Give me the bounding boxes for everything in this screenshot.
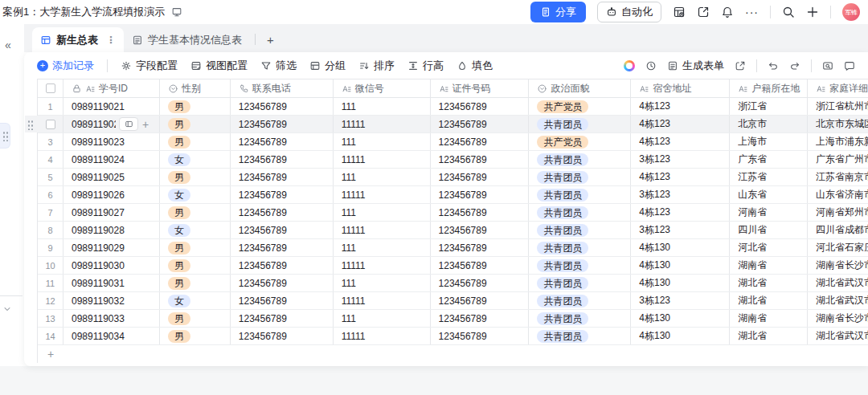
cell-address[interactable]: 山东省济南市历下区 xyxy=(808,186,868,203)
cell-province[interactable]: 江苏省 xyxy=(730,169,808,185)
history-icon[interactable] xyxy=(645,60,657,71)
toolbar-filter-button[interactable]: 筛选 xyxy=(260,59,297,73)
add-icon[interactable] xyxy=(806,6,819,18)
cell-gender[interactable]: 女 xyxy=(160,186,231,203)
rail-chevron-down-icon[interactable] xyxy=(2,304,12,314)
row-select-cell[interactable]: 10 xyxy=(38,257,63,274)
cell-phone[interactable]: 123456789 xyxy=(231,328,334,344)
share-button[interactable]: 分享 xyxy=(530,2,586,22)
row-select-cell[interactable]: 4 xyxy=(38,151,63,168)
cell-id[interactable]: 0989119022+ xyxy=(63,116,160,132)
cell-id[interactable]: 0989119033 xyxy=(63,310,160,327)
cell-phone[interactable]: 123456789 xyxy=(231,151,334,168)
row-drag-handle-icon[interactable] xyxy=(27,119,33,130)
cell-gender[interactable]: 男 xyxy=(160,257,231,274)
cell-idnum[interactable]: 123456789 xyxy=(431,257,530,274)
table-row[interactable]: 60989119026女12345678911111123456789共青团员3… xyxy=(38,186,868,204)
row-select-cell[interactable]: 6 xyxy=(38,186,63,203)
cell-address[interactable]: 湖南省长沙市岳麓区 xyxy=(808,310,868,327)
row-select-cell[interactable]: 7 xyxy=(38,204,63,221)
column-header-idnum[interactable]: 证件号码 xyxy=(431,79,530,97)
toolbar-sort-button[interactable]: 排序 xyxy=(358,59,395,73)
sidebar-drag-handle[interactable] xyxy=(0,123,10,149)
toolbar-fill-color-button[interactable]: 填色 xyxy=(457,59,493,73)
column-header-dorm[interactable]: 宿舍地址 xyxy=(631,79,730,97)
cell-political[interactable]: 共青团员 xyxy=(529,151,631,168)
cell-phone[interactable]: 123456789 xyxy=(231,186,334,203)
row-select-cell[interactable]: 14 xyxy=(38,328,63,344)
cell-address[interactable]: 湖北省武汉市武昌区 xyxy=(808,275,868,291)
cell-wechat[interactable]: 11111 xyxy=(334,186,431,203)
cell-wechat[interactable]: 111 xyxy=(334,204,431,221)
cell-political[interactable]: 共青团员 xyxy=(529,239,631,256)
cell-political[interactable]: 共青团员 xyxy=(529,275,631,291)
column-header-id[interactable]: 学号ID xyxy=(63,79,160,97)
cell-phone[interactable]: 123456789 xyxy=(231,257,334,274)
cell-dorm[interactable]: 3栋123 xyxy=(631,222,730,238)
insert-record-button[interactable]: + xyxy=(142,118,149,131)
cell-province[interactable]: 广东省 xyxy=(730,151,808,168)
cell-dorm[interactable]: 4栋130 xyxy=(631,239,730,256)
column-header-phone[interactable]: 联系电话 xyxy=(231,79,334,97)
cell-political[interactable]: 共青团员 xyxy=(529,310,631,327)
cell-idnum[interactable]: 123456789 xyxy=(431,310,530,327)
cell-wechat[interactable]: 11111 xyxy=(334,116,431,132)
cell-political[interactable]: 共青团员 xyxy=(529,222,631,238)
cell-address[interactable]: 江苏省南京市鼓楼区 xyxy=(808,169,868,185)
table-row[interactable]: 90989119029男123456789111123456789共青团员4栋1… xyxy=(38,239,868,257)
cell-province[interactable]: 山东省 xyxy=(730,186,808,203)
cell-id[interactable]: 0989119026 xyxy=(63,186,160,203)
cell-idnum[interactable]: 123456789 xyxy=(431,98,530,115)
cell-gender[interactable]: 男 xyxy=(160,310,231,327)
cell-province[interactable]: 湖北省 xyxy=(730,292,808,309)
column-header-wechat[interactable]: 微信号 xyxy=(334,79,431,97)
cell-gender[interactable]: 男 xyxy=(160,116,231,132)
cell-id[interactable]: 0989119028 xyxy=(63,222,160,238)
cell-idnum[interactable]: 123456789 xyxy=(431,239,530,256)
cell-wechat[interactable]: 11111 xyxy=(334,328,431,344)
cell-dorm[interactable]: 3栋123 xyxy=(631,186,730,203)
cell-province[interactable]: 湖北省 xyxy=(730,275,808,291)
generate-form-button[interactable]: 生成表单 xyxy=(667,59,724,73)
table-row[interactable]: 110989119031男123456789111123456789共青团员4栋… xyxy=(38,275,868,292)
cell-phone[interactable]: 123456789 xyxy=(231,239,334,256)
collapse-sidebar-icon[interactable]: « xyxy=(5,39,11,51)
cell-phone[interactable]: 123456789 xyxy=(231,98,334,115)
table-row[interactable]: 10989119021男123456789111123456789共产党员4栋1… xyxy=(38,98,868,116)
cell-id[interactable]: 0989119030 xyxy=(63,257,160,274)
row-select-cell[interactable] xyxy=(38,116,63,132)
cell-phone[interactable]: 123456789 xyxy=(231,292,334,309)
cell-phone[interactable]: 123456789 xyxy=(231,204,334,221)
cell-dorm[interactable]: 4栋123 xyxy=(631,116,730,132)
cell-id[interactable]: 0989119021 xyxy=(63,98,160,115)
cell-gender[interactable]: 女 xyxy=(160,292,231,309)
table-row[interactable]: 70989119027男123456789111123456789共青团员4栋1… xyxy=(38,204,868,222)
cell-province[interactable]: 河北省 xyxy=(730,239,808,256)
table-row[interactable]: 30989119023男123456789111123456789共产党员4栋1… xyxy=(38,133,868,151)
base-history-icon[interactable] xyxy=(673,6,686,18)
cell-gender[interactable]: 男 xyxy=(160,133,231,150)
cell-political[interactable]: 共青团员 xyxy=(529,204,631,221)
avatar[interactable]: 军锋 xyxy=(842,3,860,21)
cell-gender[interactable]: 男 xyxy=(160,239,231,256)
cell-gender[interactable]: 女 xyxy=(160,151,231,168)
cell-province[interactable]: 浙江省 xyxy=(730,98,808,115)
cell-address[interactable]: 四川省成都市锦江区 xyxy=(808,222,868,238)
select-all-cell[interactable] xyxy=(38,79,63,97)
tab-more-icon[interactable]: ⋮ xyxy=(106,35,116,46)
cell-address[interactable]: 广东省广州市天河区 xyxy=(808,151,868,168)
cell-dorm[interactable]: 4栋123 xyxy=(631,169,730,185)
cell-address[interactable]: 湖北省武汉市武昌区 xyxy=(808,292,868,309)
automation-button[interactable]: 自动化 xyxy=(597,2,661,22)
cell-province[interactable]: 上海市 xyxy=(730,133,808,150)
cell-wechat[interactable]: 11111 xyxy=(334,257,431,274)
cell-dorm[interactable]: 4栋130 xyxy=(631,275,730,291)
table-row[interactable]: 130989119033男123456789111123456789共青团员4栋… xyxy=(38,310,868,328)
search-icon[interactable] xyxy=(782,6,795,18)
cell-province[interactable]: 四川省 xyxy=(730,222,808,238)
toolbar-gear-button[interactable]: 字段配置 xyxy=(121,59,178,73)
cell-gender[interactable]: 男 xyxy=(160,328,231,344)
expand-record-button[interactable] xyxy=(119,117,138,131)
add-row[interactable]: + xyxy=(38,345,868,363)
publish-icon[interactable] xyxy=(697,6,710,18)
